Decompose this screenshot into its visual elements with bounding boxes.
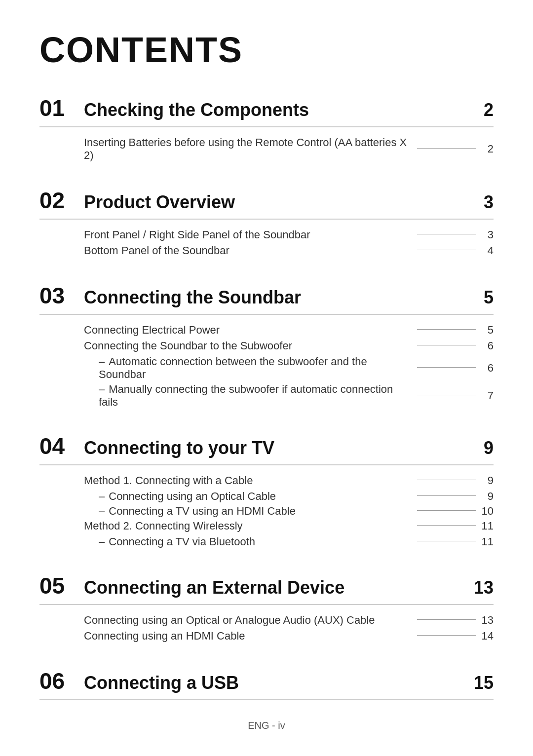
- section-page-02: 3: [484, 192, 494, 213]
- toc-entry-text-04-4: –Connecting a TV via Bluetooth: [99, 535, 412, 548]
- toc-entry-dots-04-2: [417, 510, 476, 511]
- toc-container: 01Checking the Components2Inserting Batt…: [39, 95, 494, 700]
- toc-entry-page-03-2: 6: [481, 362, 494, 375]
- toc-entry-page-05-1: 14: [481, 630, 494, 643]
- toc-entry-dots-05-1: [417, 635, 476, 636]
- footer: ENG - iv: [0, 720, 533, 731]
- section-title-06: Connecting a USB: [84, 673, 474, 693]
- toc-section-02: 02Product Overview3Front Panel / Right S…: [39, 187, 494, 267]
- toc-entry-page-04-2: 10: [481, 505, 494, 518]
- toc-entry-04-3: Method 2. Connecting Wirelessly11: [39, 520, 494, 532]
- toc-section-03: 03Connecting the Soundbar5Connecting Ele…: [39, 282, 494, 418]
- toc-entry-dots-04-0: [417, 480, 476, 480]
- toc-entry-text-01-0: Inserting Batteries before using the Rem…: [84, 136, 412, 162]
- toc-entry-dots-04-4: [417, 541, 476, 541]
- toc-entry-dots-01-0: [417, 148, 476, 149]
- toc-entry-page-03-0: 5: [481, 324, 494, 337]
- section-number-02: 02: [39, 187, 84, 214]
- section-title-03: Connecting the Soundbar: [84, 287, 484, 308]
- section-number-03: 03: [39, 282, 84, 309]
- toc-section-06: 06Connecting a USB15: [39, 668, 494, 700]
- toc-entry-04-0: Method 1. Connecting with a Cable9: [39, 474, 494, 487]
- section-page-06: 15: [474, 673, 494, 693]
- toc-entry-page-05-0: 13: [481, 614, 494, 627]
- section-title-04: Connecting to your TV: [84, 438, 484, 458]
- toc-entry-05-1: Connecting using an HDMI Cable14: [39, 630, 494, 643]
- section-header-02: 02Product Overview3: [39, 187, 494, 220]
- toc-entry-text-03-0: Connecting Electrical Power: [84, 324, 412, 337]
- toc-entry-dots-05-0: [417, 619, 476, 620]
- toc-entry-03-2: –Automatic connection between the subwoo…: [39, 355, 494, 381]
- section-number-01: 01: [39, 95, 84, 121]
- toc-entry-text-04-2: –Connecting a TV using an HDMI Cable: [99, 505, 412, 518]
- toc-entry-04-2: –Connecting a TV using an HDMI Cable10: [39, 505, 494, 518]
- section-title-02: Product Overview: [84, 192, 484, 213]
- toc-entry-02-1: Bottom Panel of the Soundbar4: [39, 244, 494, 257]
- toc-entry-page-02-1: 4: [481, 244, 494, 257]
- toc-section-01: 01Checking the Components2Inserting Batt…: [39, 95, 494, 172]
- section-page-03: 5: [484, 287, 494, 308]
- toc-entry-dots-04-1: [417, 495, 476, 496]
- toc-entry-page-03-3: 7: [481, 389, 494, 402]
- toc-entry-dots-02-1: [417, 250, 476, 250]
- toc-entry-text-03-1: Connecting the Soundbar to the Subwoofer: [84, 340, 412, 352]
- toc-entry-text-02-0: Front Panel / Right Side Panel of the So…: [84, 228, 412, 241]
- toc-entry-page-04-1: 9: [481, 490, 494, 503]
- toc-entry-03-0: Connecting Electrical Power5: [39, 324, 494, 337]
- toc-entry-dots-03-0: [417, 329, 476, 330]
- toc-entry-dots-04-3: [417, 525, 476, 526]
- toc-section-04: 04Connecting to your TV9Method 1. Connec…: [39, 433, 494, 558]
- section-number-05: 05: [39, 572, 84, 599]
- section-number-06: 06: [39, 668, 84, 694]
- toc-entry-page-02-0: 3: [481, 228, 494, 241]
- toc-entry-text-03-2: –Automatic connection between the subwoo…: [99, 355, 412, 381]
- toc-entry-dots-03-3: [417, 395, 476, 395]
- toc-entry-text-03-3: –Manually connecting the subwoofer if au…: [99, 383, 412, 409]
- section-header-06: 06Connecting a USB15: [39, 668, 494, 700]
- toc-entry-02-0: Front Panel / Right Side Panel of the So…: [39, 228, 494, 241]
- section-title-01: Checking the Components: [84, 100, 484, 120]
- section-page-04: 9: [484, 438, 494, 458]
- page-title: CONTENTS: [39, 30, 494, 70]
- toc-entry-03-3: –Manually connecting the subwoofer if au…: [39, 383, 494, 409]
- section-page-01: 2: [484, 100, 494, 120]
- section-page-05: 13: [474, 577, 494, 598]
- section-header-01: 01Checking the Components2: [39, 95, 494, 127]
- toc-entry-text-04-1: –Connecting using an Optical Cable: [99, 490, 412, 503]
- section-header-04: 04Connecting to your TV9: [39, 433, 494, 465]
- toc-entry-page-03-1: 6: [481, 340, 494, 352]
- toc-entry-text-04-0: Method 1. Connecting with a Cable: [84, 474, 412, 487]
- toc-entry-text-02-1: Bottom Panel of the Soundbar: [84, 244, 412, 257]
- toc-entry-page-04-0: 9: [481, 474, 494, 487]
- toc-entry-04-1: –Connecting using an Optical Cable9: [39, 490, 494, 503]
- toc-entry-page-04-3: 11: [481, 520, 494, 532]
- toc-entry-05-0: Connecting using an Optical or Analogue …: [39, 614, 494, 627]
- toc-entry-01-0: Inserting Batteries before using the Rem…: [39, 136, 494, 162]
- section-title-05: Connecting an External Device: [84, 577, 474, 598]
- toc-entry-text-05-0: Connecting using an Optical or Analogue …: [84, 614, 412, 627]
- toc-entry-dots-03-2: [417, 367, 476, 368]
- toc-entry-page-04-4: 11: [481, 535, 494, 548]
- toc-entry-text-05-1: Connecting using an HDMI Cable: [84, 630, 412, 643]
- toc-entry-dots-03-1: [417, 345, 476, 345]
- toc-entry-text-04-3: Method 2. Connecting Wirelessly: [84, 520, 412, 532]
- toc-entry-03-1: Connecting the Soundbar to the Subwoofer…: [39, 340, 494, 352]
- toc-section-05: 05Connecting an External Device13Connect…: [39, 572, 494, 653]
- toc-entry-page-01-0: 2: [481, 143, 494, 155]
- section-header-03: 03Connecting the Soundbar5: [39, 282, 494, 315]
- section-header-05: 05Connecting an External Device13: [39, 572, 494, 605]
- toc-entry-04-4: –Connecting a TV via Bluetooth11: [39, 535, 494, 548]
- toc-entry-dots-02-0: [417, 234, 476, 234]
- section-number-04: 04: [39, 433, 84, 459]
